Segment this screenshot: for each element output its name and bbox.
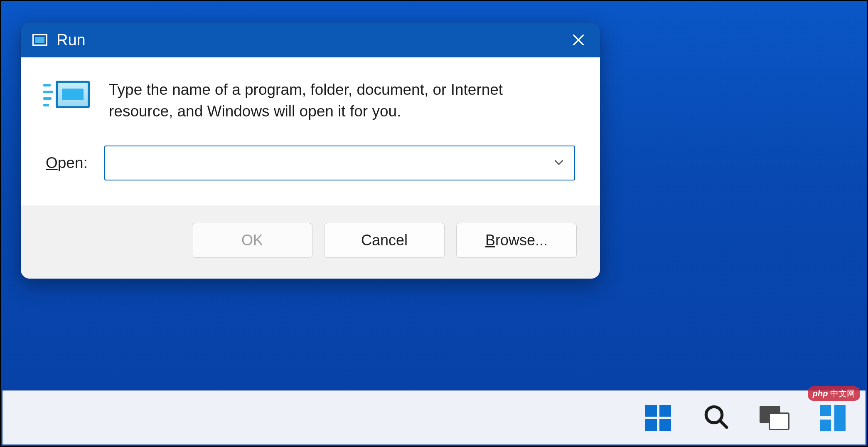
- watermark: php php 中文网中文网: [808, 386, 860, 401]
- close-icon: [571, 33, 585, 47]
- run-large-icon: [46, 81, 91, 114]
- start-button[interactable]: [642, 402, 674, 434]
- ok-button[interactable]: OK: [192, 223, 312, 258]
- open-combobox[interactable]: [104, 146, 575, 180]
- task-view-button[interactable]: [758, 402, 791, 434]
- search-icon: [703, 403, 730, 432]
- widgets-button[interactable]: [816, 402, 849, 434]
- run-app-icon: [32, 34, 47, 46]
- open-label: Open:: [46, 154, 88, 172]
- cancel-button[interactable]: Cancel: [324, 223, 445, 258]
- titlebar[interactable]: Run: [21, 22, 600, 57]
- task-view-icon: [760, 406, 789, 430]
- taskbar: [2, 390, 866, 445]
- search-button[interactable]: [700, 402, 733, 434]
- description-row: Type the name of a program, folder, docu…: [46, 79, 575, 122]
- dialog-body: Type the name of a program, folder, docu…: [21, 57, 600, 205]
- dialog-button-row: OK Cancel Browse...: [21, 205, 600, 279]
- browse-button[interactable]: Browse...: [456, 223, 577, 258]
- widgets-icon: [820, 405, 846, 431]
- window-title: Run: [57, 31, 86, 49]
- open-input[interactable]: [104, 146, 575, 180]
- run-dialog-window: Run Type the name of a program, folder, …: [20, 22, 600, 279]
- windows-logo-icon: [645, 405, 671, 431]
- close-button[interactable]: [566, 27, 591, 52]
- open-row: Open:: [46, 146, 575, 180]
- description-text: Type the name of a program, folder, docu…: [109, 79, 533, 122]
- desktop: Run Type the name of a program, folder, …: [0, 0, 868, 447]
